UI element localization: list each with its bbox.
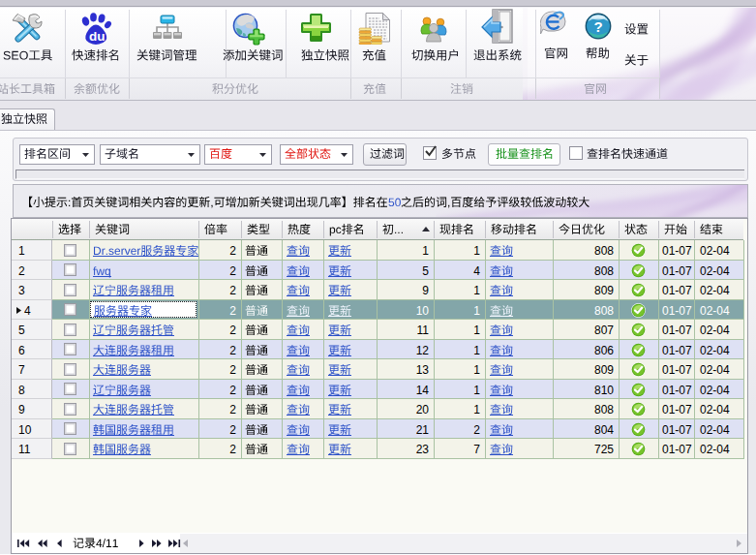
svg-text:?: ?	[593, 18, 602, 35]
svg-text:du: du	[89, 29, 106, 44]
